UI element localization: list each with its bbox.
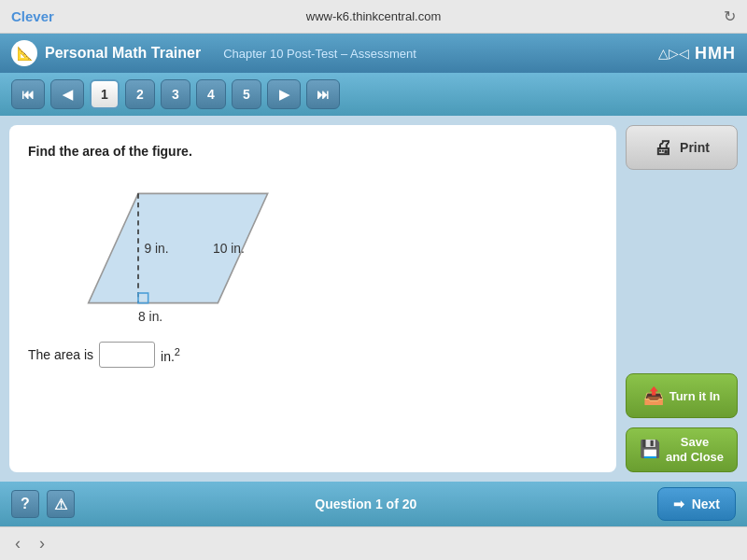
browser-back-arrow[interactable]: ‹ [15, 534, 21, 553]
turn-in-icon: 📤 [643, 385, 664, 406]
header-left: 📐 Personal Math Trainer Chapter 10 Post-… [11, 40, 416, 66]
prev-page-button[interactable]: ◀ [50, 79, 84, 109]
question-mark-icon: ? [21, 496, 30, 512]
unit-label: in.2 [161, 346, 180, 364]
figure-container: 9 in. 10 in. 8 in. [47, 174, 289, 323]
question-panel: Find the area of the figure. 9 in. 10 in… [9, 125, 616, 472]
app-title: Personal Math Trainer [45, 45, 201, 62]
page-button-4[interactable]: 4 [196, 79, 226, 109]
browser-bar: Clever www-k6.thinkcentral.com ↻ [0, 0, 747, 34]
answer-prefix: The area is [28, 347, 93, 362]
print-label: Print [680, 140, 710, 155]
bottom-left-controls: ? ⚠ [11, 490, 75, 518]
right-sidebar: 🖨 Print 📤 Turn it In 💾 Saveand Close [626, 125, 738, 472]
sidebar-spacer [626, 179, 738, 364]
browser-bottom-bar: ‹ › [0, 526, 747, 560]
answer-row: The area is in.2 [28, 342, 598, 368]
save-close-label: Saveand Close [666, 435, 724, 464]
page-button-5[interactable]: 5 [232, 79, 261, 109]
area-answer-input[interactable] [99, 342, 155, 368]
printer-icon: 🖨 [654, 137, 672, 159]
page-button-2[interactable]: 2 [125, 79, 155, 109]
warning-button[interactable]: ⚠ [47, 490, 75, 518]
refresh-icon[interactable]: ↻ [724, 7, 736, 25]
bottom-bar: ? ⚠ Question 1 of 20 ➡ Next [0, 482, 747, 526]
superscript-2: 2 [175, 346, 180, 357]
parallelogram-figure: 9 in. 10 in. 8 in. [47, 174, 289, 323]
navigation-bar: ⏮ ◀ 1 2 3 4 5 ▶ ⏭ [0, 73, 747, 116]
next-button[interactable]: ➡ Next [657, 487, 736, 521]
help-button[interactable]: ? [11, 490, 39, 518]
app-logo-icon: 📐 [11, 40, 37, 66]
last-page-button[interactable]: ⏭ [306, 79, 340, 109]
next-label: Next [692, 497, 720, 511]
print-button[interactable]: 🖨 Print [626, 125, 738, 170]
header-right: △▷◁ HMH [658, 44, 736, 63]
first-page-button[interactable]: ⏮ [11, 79, 45, 109]
next-page-button[interactable]: ▶ [267, 79, 301, 109]
warning-icon: ⚠ [54, 496, 67, 513]
question-prompt: Find the area of the figure. [28, 144, 598, 159]
svg-text:8 in.: 8 in. [138, 309, 162, 323]
save-icon: 💾 [640, 440, 660, 460]
page-button-1[interactable]: 1 [90, 79, 120, 109]
save-close-button[interactable]: 💾 Saveand Close [626, 427, 738, 472]
main-area: Find the area of the figure. 9 in. 10 in… [0, 116, 747, 472]
url-bar: www-k6.thinkcentral.com [306, 9, 442, 23]
browser-forward-arrow[interactable]: › [39, 534, 45, 553]
svg-text:9 in.: 9 in. [144, 241, 168, 256]
turn-in-label: Turn it In [669, 389, 721, 403]
question-counter: Question 1 of 20 [315, 497, 416, 511]
clever-logo: Clever [11, 8, 54, 24]
assessment-subtitle: Chapter 10 Post-Test – Assessment [223, 47, 416, 61]
turn-in-button[interactable]: 📤 Turn it In [626, 373, 738, 418]
hmh-logo: HMH [695, 44, 736, 63]
next-arrow-icon: ➡ [673, 497, 684, 511]
hmh-triangles: △▷◁ [658, 46, 689, 61]
svg-text:10 in.: 10 in. [213, 241, 245, 256]
page-button-3[interactable]: 3 [161, 79, 190, 109]
app-header: 📐 Personal Math Trainer Chapter 10 Post-… [0, 34, 747, 73]
